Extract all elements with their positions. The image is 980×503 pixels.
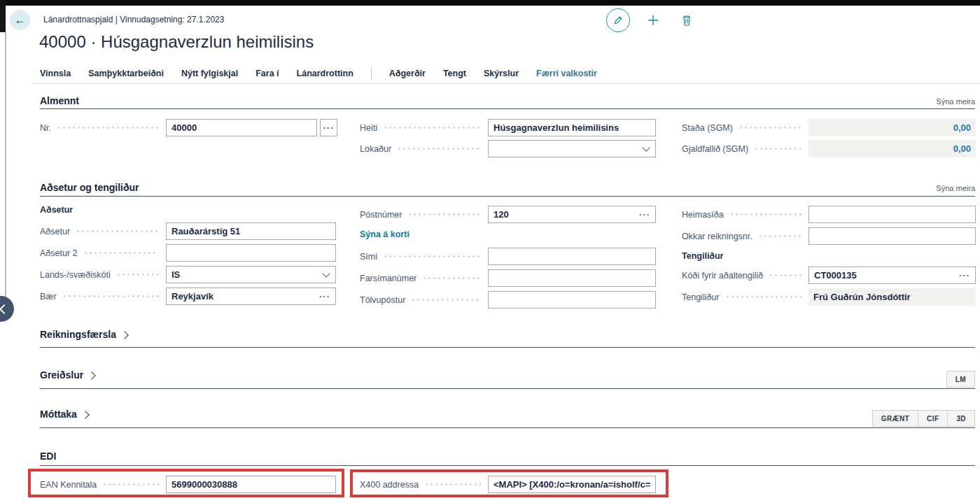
new-button[interactable] [643,9,664,31]
landskodi-input[interactable] [172,269,319,280]
stada-field[interactable]: 0,00 [808,119,976,136]
section-underline [40,196,975,197]
field-label: Bær [40,292,57,302]
ellipsis-icon[interactable]: ··· [639,209,650,220]
badge-graent[interactable]: GRÆNT [872,410,918,427]
gjaldfallid-field[interactable]: 0,00 [808,140,976,157]
adsetur2-input[interactable] [172,248,330,258]
chevron-down-icon[interactable] [322,269,330,277]
dotted-leader [754,148,802,150]
x400-addressa-field [488,476,656,493]
chevron-left-icon [0,304,9,314]
dotted-leader [57,127,159,129]
page-title: 40000 · Húsgagnaverzlun heimilisins [39,32,314,52]
field-row-ean-kennitala: EAN Kennitala [40,476,336,493]
dotted-leader [62,295,159,297]
tolvupostur-input[interactable] [493,295,650,305]
field-row-stada: Staða (SGM) 0,00 [682,119,976,136]
menu-item-skyrslur[interactable]: Skýrslur [484,69,519,78]
section-underline [40,427,975,428]
menu-divider [371,67,372,79]
show-on-map-link[interactable]: Sýna á korti [360,229,410,239]
menu-item-nytt-fylgiskjal[interactable]: Nýtt fylgiskjal [181,69,238,78]
show-more-link-almennt[interactable]: Sýna meira [936,97,975,106]
dotted-leader [769,274,802,276]
chevron-right-icon [88,371,96,379]
section-underline [40,465,975,466]
field-row-adsetur2: Aðsetur 2 [40,244,336,262]
chevron-down-icon[interactable] [642,143,650,151]
group-label-tengilidur: Tengiliður [682,251,724,261]
section-header-adsetur[interactable]: Aðsetur og tengiliður [40,182,139,193]
badge-cif[interactable]: CIF [918,410,948,427]
section-header-greidslur[interactable]: Greiðslur [40,369,94,381]
back-button[interactable]: ← [10,10,30,30]
heiti-input[interactable] [493,122,650,133]
pencil-icon [612,15,624,26]
dotted-leader [397,148,481,150]
left-edge-notch [0,0,6,32]
field-label: Nr. [40,123,51,133]
dotted-leader [738,127,802,129]
show-more-link-adsetur[interactable]: Sýna meira [936,184,975,192]
farsimi-input[interactable] [493,273,650,283]
menu-item-fara-i[interactable]: Fara í [255,69,279,78]
nr-input[interactable] [172,122,312,133]
nr-assist-button[interactable]: ··· [320,119,337,136]
delete-button[interactable] [676,9,697,31]
dotted-leader [76,230,159,232]
card-toolbar [606,8,697,32]
section-header-almennt[interactable]: Almennt [40,95,79,106]
field-row-simi: Sími [360,248,656,265]
trash-icon [680,13,693,27]
field-label: Lands-/svæðiskóti [40,270,111,280]
lokadur-input[interactable] [493,143,639,154]
tolvupostur-field [488,291,656,309]
baer-field: ··· [166,288,336,305]
field-label: Tengiliður [682,292,720,302]
menu-separator-line [33,83,980,84]
field-row-tolvupostur: Tölvupóstur [360,291,656,309]
field-row-nr: Nr. [40,119,317,136]
menu-item-adgerdir[interactable]: Aðgerðir [389,69,426,78]
side-pane-toggle-button[interactable] [0,296,14,322]
gjaldfallid-value[interactable]: 0,00 [953,143,971,154]
menu-item-lanardrottinn[interactable]: Lánardrottinn [297,69,354,78]
adsetur-input[interactable] [172,226,330,236]
baer-input[interactable] [172,291,316,302]
ellipsis-icon[interactable]: ··· [319,291,330,302]
left-edge-line [5,32,6,299]
heimasida-input[interactable] [814,209,970,220]
section-header-edi[interactable]: EDI [40,451,56,462]
nr-field [166,119,317,136]
dotted-leader [383,255,481,257]
lokadur-dropdown[interactable] [488,140,656,157]
section-underline [40,108,975,109]
stada-value[interactable]: 0,00 [953,122,971,133]
field-label: Aðsetur 2 [40,248,78,258]
field-label: Aðsetur [40,227,70,236]
x400-addressa-input[interactable] [493,479,650,490]
kodi-adaltengilid-input[interactable] [814,270,956,281]
field-row-landskodi: Lands-/svæðiskóti [40,266,336,283]
menu-item-tengt[interactable]: Tengt [443,69,466,78]
adsetur2-field [166,244,336,262]
ellipsis-icon[interactable]: ··· [959,270,970,281]
okkar-reikningsnr-input[interactable] [814,231,970,241]
menu-item-samthykktarbeidni[interactable]: Samþykktarbeiðni [88,69,164,78]
menu-item-faerri-valkostir[interactable]: Færri valkostir [536,69,597,78]
section-header-mottaka[interactable]: Móttaka [40,409,88,420]
postnumer-input[interactable] [493,209,636,220]
mottaka-badges: GRÆNT CIF 3D [873,410,975,427]
postnumer-field: ··· [488,206,656,223]
landskodi-dropdown[interactable] [166,266,336,283]
badge-3d[interactable]: 3D [947,410,975,427]
field-row-tengilidur: Tengiliður Frú Guðrún Jónsdóttir [682,288,976,306]
simi-input[interactable] [493,251,650,262]
ean-kennitala-input[interactable] [172,479,330,490]
section-header-reikningsfaersla[interactable]: Reikningsfærsla [40,329,127,340]
menu-item-vinnsla[interactable]: Vinnsla [40,69,71,78]
badge-lm[interactable]: LM [946,371,975,388]
section-underline [40,347,975,348]
edit-button[interactable] [606,8,630,32]
